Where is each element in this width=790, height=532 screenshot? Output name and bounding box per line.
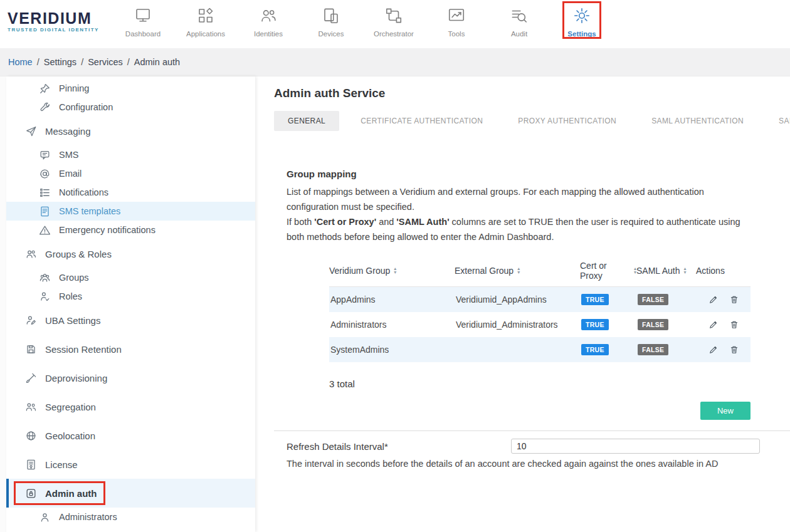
list-icon [39, 187, 51, 199]
orchestrator-icon [384, 6, 403, 25]
nav-item-devices[interactable]: Devices [300, 0, 362, 38]
roles-icon [39, 291, 51, 303]
sidebar-item-segregation[interactable]: Segregation [6, 392, 255, 421]
gear-icon [572, 6, 591, 25]
edit-icon[interactable] [708, 295, 719, 305]
edit-icon[interactable] [708, 345, 719, 355]
sms-icon [39, 149, 51, 161]
column-header-external-group[interactable]: External Group [455, 266, 580, 276]
sidebar-item-admin-auth[interactable]: Admin auth [6, 479, 255, 508]
nav-item-identities[interactable]: Identities [237, 0, 300, 38]
external-group-cell: Veridiumid_AppAdmins [455, 295, 580, 305]
column-header-veridium-group[interactable]: Veridium Group [329, 266, 455, 276]
sidebar-item-email[interactable]: Email [6, 164, 255, 183]
column-header-actions: Actions [696, 266, 750, 276]
save-icon [25, 343, 37, 355]
group-mapping-description-2: If both 'Cert or Proxy' and 'SAML Auth' … [287, 214, 756, 244]
tools-icon [447, 6, 466, 25]
top-nav: VERIDIUM TRUSTED DIGITAL IDENTITY Dashbo… [0, 0, 790, 48]
nav-item-applications[interactable]: Applications [174, 0, 237, 38]
column-header-cert-or-proxy[interactable]: Cert or Proxy [580, 261, 636, 281]
nav-item-tools[interactable]: Tools [425, 0, 488, 38]
sidebar-item-sms[interactable]: SMS [6, 145, 255, 164]
delete-icon[interactable] [729, 320, 739, 330]
settings-sidebar: Pinning Configuration Messaging SMS Emai… [6, 76, 255, 532]
devices-icon [322, 6, 340, 25]
send-icon [25, 125, 37, 137]
sidebar-item-configuration[interactable]: Configuration [6, 98, 255, 117]
sidebar-item-groups-roles[interactable]: Groups & Roles [6, 239, 255, 268]
cert-or-proxy-badge: TRUE [581, 344, 609, 355]
sidebar-item-groups[interactable]: Groups [6, 268, 255, 287]
person-icon [39, 511, 51, 523]
breadcrumb-separator: / [127, 57, 130, 67]
breadcrumb-settings[interactable]: Settings [44, 57, 76, 67]
tab-proxy-authentication[interactable]: PROXY AUTHENTICATION [504, 111, 630, 131]
group-mapping-section: Group mapping List of mappings between a… [274, 169, 790, 420]
content-area: Pinning Configuration Messaging SMS Emai… [0, 76, 790, 532]
wrench-icon [39, 102, 51, 113]
tab-general[interactable]: GENERAL [274, 111, 339, 131]
nav-item-audit[interactable]: Audit [488, 0, 550, 38]
sidebar-item-geolocation[interactable]: Geolocation [6, 421, 255, 450]
column-header-saml-auth[interactable]: SAML Auth [636, 266, 696, 276]
pin-icon [39, 83, 51, 95]
table-row: Administrators Veridiumid_Administrators… [329, 312, 750, 337]
sidebar-item-emergency-notifications[interactable]: Emergency notifications [6, 221, 255, 239]
main-nav: Dashboard Applications Identities Device… [112, 0, 613, 38]
table-header-row: Veridium Group External Group Cert or Pr… [329, 254, 750, 287]
breadcrumb-services[interactable]: Services [88, 57, 123, 67]
tab-saml-ke[interactable]: SAML KE [765, 111, 790, 131]
row-actions [696, 320, 750, 330]
group-mapping-description: List of mappings between a Veridium and … [287, 184, 756, 214]
segregation-icon [25, 401, 37, 413]
new-button[interactable]: New [700, 402, 750, 420]
selected-indicator-bar [6, 479, 9, 508]
breadcrumb-admin-auth: Admin auth [134, 57, 180, 67]
identities-icon [259, 6, 278, 25]
nav-item-dashboard[interactable]: Dashboard [112, 0, 174, 38]
refresh-interval-input[interactable] [511, 439, 760, 454]
sidebar-item-session-retention[interactable]: Session Retention [6, 335, 255, 363]
sidebar-item-notifications[interactable]: Notifications [6, 183, 255, 202]
breadcrumb-separator: / [81, 57, 83, 67]
license-icon [25, 459, 37, 471]
breadcrumb-home[interactable]: Home [8, 57, 33, 67]
groups-icon [39, 272, 51, 284]
breadcrumb: Home / Settings / Services / Admin auth [0, 48, 790, 76]
sidebar-item-sms-templates[interactable]: SMS templates [6, 202, 255, 221]
uba-icon [25, 315, 37, 326]
sort-icon[interactable] [394, 267, 396, 274]
refresh-interval-section: Refresh Details Interval* The interval i… [274, 439, 790, 469]
table-row: AppAdmins Veridiumid_AppAdmins TRUE FALS… [329, 287, 750, 312]
delete-icon[interactable] [729, 295, 739, 305]
sort-icon[interactable] [517, 267, 520, 274]
lock-icon [25, 488, 37, 499]
refresh-interval-help: The interval in seconds before the detai… [287, 459, 790, 469]
sidebar-item-uba-settings[interactable]: UBA Settings [6, 306, 255, 335]
external-group-cell: Veridiumid_Administrators [455, 320, 580, 330]
sidebar-item-messaging[interactable]: Messaging [6, 117, 255, 145]
sort-icon[interactable] [684, 267, 687, 274]
nav-item-orchestrator[interactable]: Orchestrator [362, 0, 425, 38]
nav-item-settings[interactable]: Settings [550, 0, 613, 38]
sidebar-item-deprovisioning[interactable]: Deprovisioning [6, 363, 255, 392]
saml-auth-badge: FALSE [638, 294, 668, 305]
sidebar-item-roles[interactable]: Roles [6, 287, 255, 306]
sidebar-item-administrators[interactable]: Administrators [6, 508, 255, 526]
edit-icon[interactable] [708, 320, 719, 330]
sidebar-item-pinning[interactable]: Pinning [6, 79, 255, 98]
tab-certificate-authentication[interactable]: CERTIFICATE AUTHENTICATION [347, 111, 497, 131]
sidebar-item-license[interactable]: License [6, 450, 255, 479]
shovel-icon [25, 372, 37, 384]
row-actions [696, 295, 750, 305]
tab-saml-authentication[interactable]: SAML AUTHENTICATION [638, 111, 757, 131]
total-count: 3 total [329, 378, 790, 389]
cert-or-proxy-badge: TRUE [581, 319, 609, 330]
veridium-logo: VERIDIUM TRUSTED DIGITAL IDENTITY [8, 10, 107, 33]
new-button-row: New [287, 402, 750, 420]
refresh-interval-label: Refresh Details Interval* [287, 441, 511, 452]
delete-icon[interactable] [729, 345, 739, 355]
dashboard-icon [134, 6, 152, 25]
at-icon [39, 168, 51, 180]
